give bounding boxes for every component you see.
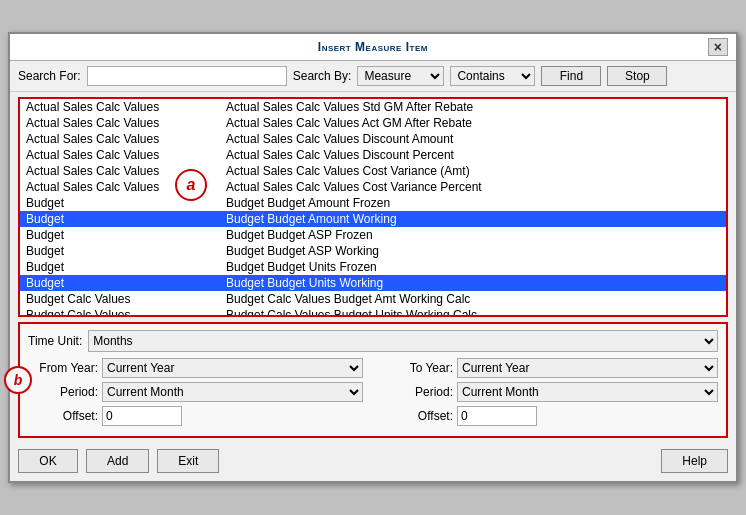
add-button[interactable]: Add bbox=[86, 449, 149, 473]
time-fields: From Year: Current Year Last Year Next Y… bbox=[28, 358, 718, 430]
from-fields: From Year: Current Year Last Year Next Y… bbox=[28, 358, 363, 430]
table-row[interactable]: Budget Calc ValuesBudget Calc Values Bud… bbox=[20, 307, 726, 315]
from-period-select[interactable]: Current Month January February March Apr… bbox=[102, 382, 363, 402]
to-year-row: To Year: Current Year Last Year Next Yea… bbox=[383, 358, 718, 378]
table-row[interactable]: BudgetBudget Budget Units Working bbox=[20, 275, 726, 291]
time-unit-row: Time Unit: Months Quarters Years Weeks bbox=[28, 330, 718, 352]
table-row[interactable]: BudgetBudget Budget Amount Frozen bbox=[20, 195, 726, 211]
contains-select[interactable]: Contains Starts With Ends With bbox=[450, 66, 535, 86]
to-offset-label: Offset: bbox=[383, 409, 453, 423]
ok-button[interactable]: OK bbox=[18, 449, 78, 473]
search-input[interactable] bbox=[87, 66, 287, 86]
time-section: b Time Unit: Months Quarters Years Weeks… bbox=[18, 322, 728, 438]
table-row[interactable]: Actual Sales Calc ValuesActual Sales Cal… bbox=[20, 115, 726, 131]
table-row[interactable]: Actual Sales Calc ValuesActual Sales Cal… bbox=[20, 99, 726, 115]
close-button[interactable]: × bbox=[708, 38, 728, 56]
from-year-select[interactable]: Current Year Last Year Next Year bbox=[102, 358, 363, 378]
dialog-title: Insert Measure Item bbox=[38, 40, 708, 54]
to-period-label: Period: bbox=[383, 385, 453, 399]
from-offset-label: Offset: bbox=[28, 409, 98, 423]
table-row[interactable]: BudgetBudget Budget ASP Working bbox=[20, 243, 726, 259]
table-row[interactable]: Actual Sales Calc ValuesActual Sales Cal… bbox=[20, 131, 726, 147]
insert-measure-dialog: Insert Measure Item × Search For: Search… bbox=[8, 32, 738, 483]
time-unit-label: Time Unit: bbox=[28, 334, 82, 348]
search-bar: Search For: Search By: Measure Descripti… bbox=[10, 61, 736, 92]
from-period-row: Period: Current Month January February M… bbox=[28, 382, 363, 402]
to-fields: To Year: Current Year Last Year Next Yea… bbox=[383, 358, 718, 430]
items-table: Actual Sales Calc ValuesActual Sales Cal… bbox=[20, 99, 726, 315]
find-button[interactable]: Find bbox=[541, 66, 601, 86]
from-offset-row: Offset: 0 bbox=[28, 406, 363, 426]
to-offset-input[interactable]: 0 bbox=[457, 406, 537, 426]
table-row[interactable]: Actual Sales Calc ValuesActual Sales Cal… bbox=[20, 163, 726, 179]
search-for-label: Search For: bbox=[18, 69, 81, 83]
to-year-select[interactable]: Current Year Last Year Next Year bbox=[457, 358, 718, 378]
table-row[interactable]: BudgetBudget Budget ASP Frozen bbox=[20, 227, 726, 243]
action-bar-left: OK Add Exit bbox=[18, 449, 219, 473]
table-row[interactable]: Budget Calc ValuesBudget Calc Values Bud… bbox=[20, 291, 726, 307]
action-bar: OK Add Exit Help bbox=[10, 443, 736, 481]
table-row[interactable]: Actual Sales Calc ValuesActual Sales Cal… bbox=[20, 179, 726, 195]
stop-button[interactable]: Stop bbox=[607, 66, 667, 86]
from-offset-input[interactable]: 0 bbox=[102, 406, 182, 426]
from-year-label: From Year: bbox=[28, 361, 98, 375]
list-container[interactable]: Actual Sales Calc ValuesActual Sales Cal… bbox=[20, 99, 726, 315]
from-period-label: Period: bbox=[28, 385, 98, 399]
to-period-row: Period: Current Month January February M… bbox=[383, 382, 718, 402]
time-unit-select[interactable]: Months Quarters Years Weeks bbox=[88, 330, 718, 352]
title-bar: Insert Measure Item × bbox=[10, 34, 736, 61]
table-row[interactable]: BudgetBudget Budget Units Frozen bbox=[20, 259, 726, 275]
from-year-row: From Year: Current Year Last Year Next Y… bbox=[28, 358, 363, 378]
exit-button[interactable]: Exit bbox=[157, 449, 219, 473]
to-period-select[interactable]: Current Month January February March Apr… bbox=[457, 382, 718, 402]
list-section: a Actual Sales Calc ValuesActual Sales C… bbox=[18, 97, 728, 317]
to-year-label: To Year: bbox=[383, 361, 453, 375]
help-button[interactable]: Help bbox=[661, 449, 728, 473]
table-row[interactable]: BudgetBudget Budget Amount Working bbox=[20, 211, 726, 227]
table-row[interactable]: Actual Sales Calc ValuesActual Sales Cal… bbox=[20, 147, 726, 163]
to-offset-row: Offset: 0 bbox=[383, 406, 718, 426]
search-by-label: Search By: bbox=[293, 69, 352, 83]
search-by-select[interactable]: Measure Description bbox=[357, 66, 444, 86]
